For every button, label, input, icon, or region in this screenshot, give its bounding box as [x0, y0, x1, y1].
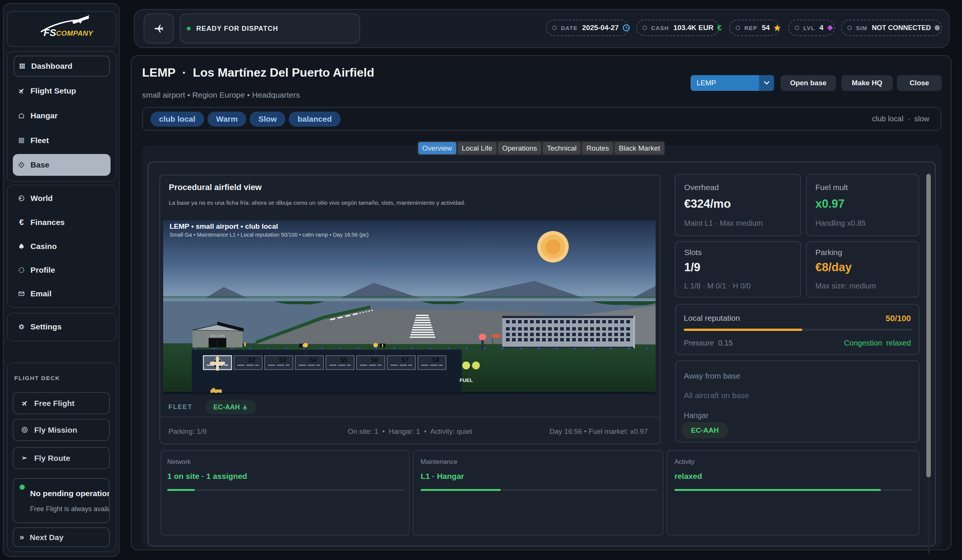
svg-text:COMPANY: COMPANY: [56, 29, 94, 37]
svg-text:FS: FS: [44, 27, 56, 38]
svg-text:S7: S7: [402, 357, 409, 363]
svg-text:LEMP • small airport • club lo: LEMP • small airport • club local: [169, 222, 278, 230]
svg-text:S3: S3: [279, 357, 286, 363]
svg-text:S6: S6: [371, 357, 378, 363]
svg-text:S4: S4: [309, 357, 317, 363]
svg-text:S8: S8: [432, 357, 439, 363]
svg-text:S2: S2: [248, 357, 256, 363]
svg-text:EC-AAH: EC-AAH: [211, 333, 224, 338]
svg-text:S5: S5: [340, 357, 348, 363]
svg-text:Small Ga • Maintenance L1 • Lo: Small Ga • Maintenance L1 • Local reputa…: [169, 232, 369, 238]
svg-text:FUEL: FUEL: [459, 377, 473, 383]
